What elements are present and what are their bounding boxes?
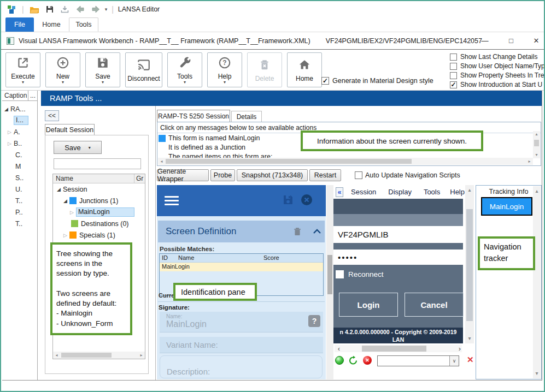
close-definition-icon[interactable] [300, 193, 313, 209]
scroll-left-icon[interactable]: ‹ [335, 345, 343, 353]
score-column-header[interactable]: Score [263, 254, 279, 262]
show-introduction-option[interactable]: ✓ Show Introduction at Start U [450, 81, 542, 88]
toolbar-options-caret-icon[interactable]: ▾ [105, 7, 108, 12]
disconnect-button[interactable]: Disconnect [125, 52, 162, 87]
tab-tools[interactable]: Tools [69, 17, 98, 32]
tab-file[interactable]: File [5, 17, 34, 32]
minimize-button[interactable]: — [476, 32, 494, 49]
generate-wrapper-button[interactable]: Generate Wrapper [157, 169, 209, 181]
show-user-object-option[interactable]: Show User Object Name/Typ [450, 62, 545, 70]
menu-hamburger-icon[interactable] [165, 196, 179, 205]
dropdown-arrow-icon[interactable]: ∨ [449, 356, 459, 366]
tools-button[interactable]: Tools ▾ [167, 52, 202, 87]
scroll-thumb[interactable] [327, 255, 332, 294]
session-save-button[interactable]: Save ▾ [54, 141, 102, 154]
snapshot-button[interactable]: Snapshot (713x348) [237, 169, 308, 181]
collapse-panel-button[interactable]: << [45, 110, 59, 121]
caption-item-i[interactable]: I... [2, 115, 37, 126]
caption-item-m[interactable]: M [2, 161, 37, 172]
variant-name-field[interactable]: Variant Name: [160, 337, 323, 353]
caption-item-b[interactable]: ▷B.. [2, 138, 37, 149]
screen-definition-vscrollbar[interactable] [326, 185, 333, 379]
scroll-thumb[interactable] [466, 209, 473, 321]
show-property-sheets-option[interactable]: Show Property Sheets In Tree [450, 72, 545, 79]
caption-item-t1[interactable]: T.. [2, 195, 37, 206]
scroll-up-icon[interactable]: ▴ [533, 131, 540, 136]
scroll-down-icon[interactable]: ▾ [465, 336, 474, 341]
maximize-button[interactable]: □ [502, 32, 520, 49]
scroll-down-icon[interactable]: ▾ [533, 371, 541, 376]
password-field[interactable]: ••••• [333, 250, 463, 265]
show-last-change-checkbox[interactable] [450, 54, 457, 61]
close-session-x-icon[interactable]: ✕ [467, 355, 474, 365]
caption-item-p[interactable]: P.. [2, 206, 37, 218]
name-column-header[interactable]: Name [53, 174, 134, 183]
show-last-change-option[interactable]: Show Last Change Details [450, 53, 537, 61]
messages-hscrollbar[interactable]: ◂ ▸ [158, 158, 533, 165]
save-definition-icon[interactable] [282, 193, 295, 209]
message-row[interactable]: It is defined as a Junction [168, 144, 245, 151]
collapse-section-icon[interactable] [313, 227, 321, 237]
scroll-thumb[interactable] [61, 353, 112, 358]
expand-icon[interactable]: ◢ [57, 187, 61, 192]
material-design-checkbox[interactable]: ✓ [321, 77, 329, 85]
tree-node-destinations[interactable]: Destinations (0) [53, 218, 145, 229]
scroll-right-icon[interactable]: › [459, 345, 461, 353]
caption-item-c[interactable]: C. [2, 149, 37, 161]
tab-default-session[interactable]: Default Session [45, 124, 95, 135]
description-field[interactable]: Description: [160, 355, 323, 378]
expand-icon[interactable]: ◢ [63, 198, 67, 204]
expand-icon[interactable]: ◢ [4, 106, 8, 112]
connection-status-icon[interactable] [335, 356, 344, 365]
collapsed-icon[interactable]: ▷ [8, 129, 11, 135]
caption-item-s[interactable]: S.. [2, 172, 37, 183]
screen-definition-section-bar[interactable]: Screen Definition [158, 221, 325, 242]
tree-node-mainlogin[interactable]: ▷ MainLogin [53, 206, 145, 218]
emulator-screen[interactable]: VF24PGMLIB ••••• Reconnect Login Cancel … [333, 199, 463, 343]
auto-update-checkbox[interactable] [355, 171, 362, 179]
show-property-sheets-checkbox[interactable] [450, 72, 457, 79]
caption-item-a[interactable]: ▷A. [2, 126, 37, 138]
match-row-mainlogin[interactable]: MainLogin [160, 263, 323, 271]
tab-details[interactable]: Details [231, 111, 262, 122]
session-tree-hscrollbar[interactable]: ◂ ▸ [53, 352, 145, 359]
tracking-vscrollbar[interactable]: ▴ ▾ [533, 186, 541, 378]
name-column-header[interactable]: Name [178, 254, 263, 262]
menu-display[interactable]: Display [388, 188, 412, 196]
show-introduction-checkbox[interactable]: ✓ [450, 81, 457, 88]
restart-button[interactable]: Restart [309, 169, 341, 181]
scroll-up-icon[interactable]: ▴ [533, 186, 541, 194]
screen-select-dropdown[interactable]: ∨ [377, 355, 459, 366]
caption-item-t2[interactable]: T.. [2, 218, 37, 229]
scroll-right-icon[interactable]: ▸ [138, 353, 145, 358]
tree-node-junctions[interactable]: ◢ Junctions (1) [53, 195, 145, 206]
collapsed-icon[interactable]: ▷ [8, 141, 11, 146]
messages-vscrollbar[interactable]: ▴ ▾ [533, 131, 540, 158]
stop-error-icon[interactable]: ✕ [363, 356, 372, 365]
tracking-item-mainlogin[interactable]: MainLogin [481, 197, 532, 216]
collapsed-icon[interactable]: ▷ [63, 233, 67, 238]
import-icon[interactable] [59, 3, 71, 15]
material-design-option[interactable]: ✓ Generate in Material Design style [321, 77, 433, 85]
tree-node-session[interactable]: ◢ Session [53, 183, 145, 195]
probe-button[interactable]: Probe [210, 169, 235, 181]
reconnect-option[interactable]: Reconnect [336, 270, 384, 278]
caption-item-u[interactable]: U. [2, 183, 37, 195]
menu-tools[interactable]: Tools [424, 188, 440, 196]
open-folder-icon[interactable] [28, 3, 40, 15]
help-icon[interactable]: ? [308, 315, 320, 327]
scroll-up-icon[interactable]: ▴ [465, 185, 474, 193]
scroll-right-icon[interactable]: ▸ [526, 159, 533, 164]
tab-ramp-ts-session[interactable]: RAMP-TS 5250 Session [157, 110, 230, 122]
menu-help[interactable]: Help [450, 188, 465, 196]
caption-item-ra[interactable]: ◢RA... [2, 103, 37, 115]
caption-column2-header[interactable]: ... [28, 91, 37, 100]
library-field[interactable]: VF24PGMLIB [333, 226, 463, 243]
gr-column-header[interactable]: Gr [134, 174, 145, 183]
refresh-icon[interactable] [348, 355, 358, 367]
close-button[interactable]: ✕ [527, 32, 545, 49]
cancel-button[interactable]: Cancel [405, 293, 464, 317]
execute-button[interactable]: Execute ▾ [5, 52, 40, 87]
forward-icon[interactable] [90, 3, 102, 15]
collapsed-icon[interactable]: ▷ [70, 210, 74, 215]
